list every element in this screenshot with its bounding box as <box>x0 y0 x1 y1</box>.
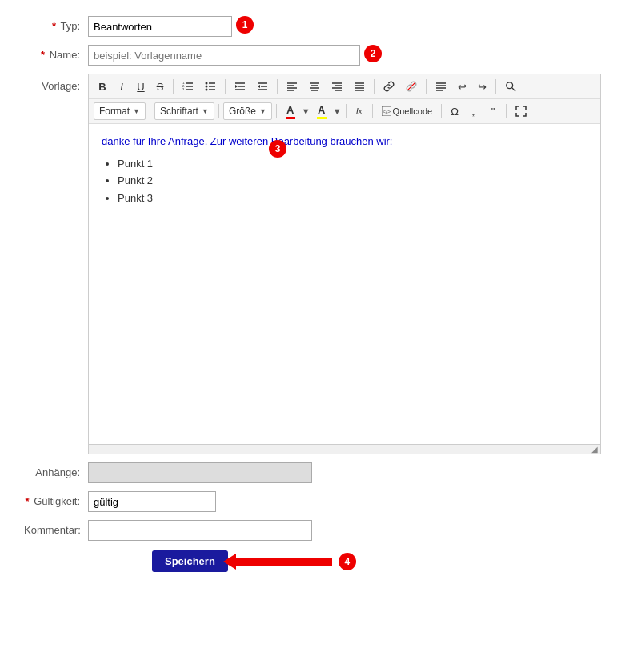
link-button[interactable] <box>379 78 399 95</box>
sep5 <box>426 79 427 94</box>
typ-input[interactable] <box>88 16 232 37</box>
editor-list: Punkt 1 Punkt 2 Punkt 3 <box>118 156 587 206</box>
arrow-annotation: 4 <box>236 553 356 570</box>
format-label: Format <box>99 106 130 117</box>
editor-content[interactable]: danke für Ihre Anfrage. Zur weiteren Bea… <box>89 124 600 444</box>
font-color-icon: A <box>286 104 295 119</box>
source-label: Quellcode <box>393 106 433 116</box>
sep11 <box>372 104 373 118</box>
sep12 <box>441 104 442 118</box>
svg-point-10 <box>206 86 208 88</box>
typ-label: * Typ: <box>24 16 88 32</box>
sep9 <box>276 104 277 118</box>
vorlage-row: Vorlage: B I U S 1.2.3. <box>24 74 601 454</box>
list-item-2: Punkt 2 <box>118 173 587 189</box>
badge-2: 2 <box>364 45 382 62</box>
toolbar-row2: Format ▼ Schriftart ▼ Größe ▼ A <box>89 99 600 124</box>
quote-open-button[interactable]: „ <box>465 102 483 120</box>
kommentar-label: Kommentar: <box>24 520 88 536</box>
size-arrow-icon: ▼ <box>259 107 266 115</box>
gueltigkeit-row: * Gültigkeit: <box>24 491 601 512</box>
font-dropdown[interactable]: Schriftart ▼ <box>154 102 214 120</box>
required-star-name: * <box>41 49 45 61</box>
kommentar-row: Kommentar: <box>24 520 601 541</box>
save-button[interactable]: Speichern <box>152 550 228 572</box>
align-right-button[interactable] <box>327 78 347 95</box>
fullscreen-button[interactable] <box>511 102 531 120</box>
svg-point-41 <box>507 82 513 89</box>
highlight-arrow-icon: ▼ <box>333 106 342 116</box>
align-left-button[interactable] <box>282 78 302 95</box>
name-row: * Name: 2 <box>24 45 601 66</box>
anhaenge-label: Anhänge: <box>24 462 88 478</box>
ol-button[interactable]: 1.2.3. <box>178 78 198 95</box>
highlight-button[interactable]: A <box>312 102 331 120</box>
sep1 <box>173 79 174 94</box>
typ-row: * Typ: 1 <box>24 16 601 37</box>
editor-text-line1: danke für Ihre Anfrage. Zur weiteren Bea… <box>102 135 393 147</box>
save-row: Speichern 4 <box>24 550 601 572</box>
color-arrow-icon: ▼ <box>302 106 310 116</box>
svg-point-11 <box>206 89 208 91</box>
sep10 <box>346 104 347 118</box>
align-center-button[interactable] <box>304 78 325 95</box>
name-label: * Name: <box>24 45 88 61</box>
highlight-icon: A <box>317 104 327 119</box>
size-dropdown[interactable]: Größe ▼ <box>223 102 272 120</box>
list-item-3: Punkt 3 <box>118 190 587 206</box>
badge-1: 1 <box>236 16 254 34</box>
svg-point-9 <box>206 82 208 85</box>
kommentar-input[interactable] <box>88 520 312 541</box>
gueltigkeit-input[interactable] <box>88 491 216 512</box>
vorlage-label: Vorlage: <box>24 74 88 92</box>
arrow-body <box>236 558 332 566</box>
indent-more-button[interactable] <box>252 78 273 95</box>
sep3 <box>277 79 278 94</box>
strikethrough-button[interactable]: S <box>151 78 169 95</box>
sep6 <box>495 79 496 94</box>
sep8 <box>218 104 219 118</box>
align-justify-button[interactable] <box>349 78 370 95</box>
sep7 <box>150 104 150 118</box>
font-label: Schriftart <box>160 106 198 117</box>
font-arrow-icon: ▼ <box>202 107 209 115</box>
arrow-head-icon <box>223 554 236 570</box>
name-input[interactable] <box>88 45 360 66</box>
editor-paragraph: danke für Ihre Anfrage. Zur weiteren Bea… <box>102 134 587 150</box>
underline-button[interactable]: U <box>132 78 150 95</box>
ul-button[interactable] <box>200 78 221 95</box>
svg-marker-19 <box>258 85 260 88</box>
unlink-button[interactable] <box>401 78 422 95</box>
size-label: Größe <box>229 106 256 117</box>
anhaenge-input[interactable] <box>88 462 312 483</box>
badge-4: 4 <box>339 553 356 570</box>
required-star-gueltigkeit: * <box>26 495 30 507</box>
badge-3: 3 <box>269 140 286 158</box>
format-arrow-icon: ▼ <box>133 107 140 115</box>
form-container: * Typ: 1 * Name: 2 Vorlage: B I U S <box>0 0 625 596</box>
clear-format-button[interactable]: Ix <box>351 102 368 120</box>
bold-button[interactable]: B <box>94 78 111 95</box>
editor-wrapper: B I U S 1.2.3. <box>88 74 601 454</box>
svg-line-42 <box>512 88 515 91</box>
find-button[interactable] <box>500 78 521 95</box>
svg-text:</>: </> <box>383 109 391 114</box>
svg-marker-15 <box>235 85 238 88</box>
undo-button[interactable]: ↩ <box>453 78 471 95</box>
toolbar-row1: B I U S 1.2.3. <box>89 74 600 99</box>
required-star-typ: * <box>52 20 56 32</box>
editor-resize-handle[interactable]: ◢ <box>89 444 600 454</box>
format-dropdown[interactable]: Format ▼ <box>94 102 146 120</box>
resize-icon: ◢ <box>591 445 598 454</box>
redo-button[interactable]: ↪ <box>473 78 491 95</box>
list-item-1: Punkt 1 <box>118 156 587 172</box>
quote-close-button[interactable]: " <box>484 102 502 120</box>
indent-less-button[interactable] <box>230 78 250 95</box>
gueltigkeit-label: * Gültigkeit: <box>24 491 88 507</box>
omega-button[interactable]: Ω <box>446 102 463 120</box>
source-button[interactable]: </> Quellcode <box>377 102 438 120</box>
font-color-button[interactable]: A <box>281 102 300 120</box>
italic-button[interactable]: I <box>113 78 130 95</box>
blockquote-button[interactable] <box>431 78 451 95</box>
anhaenge-row: Anhänge: <box>24 462 601 483</box>
